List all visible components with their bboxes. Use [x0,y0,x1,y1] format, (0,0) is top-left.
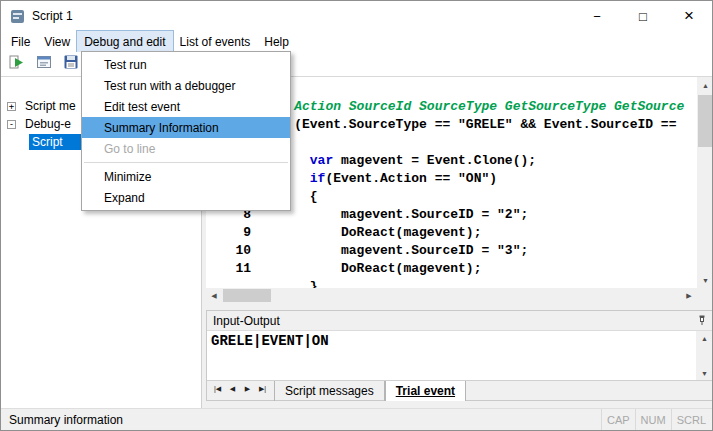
tab-script-messages[interactable]: Script messages [274,381,385,401]
pin-button[interactable] [694,313,710,329]
vertical-scroll-thumb[interactable] [698,95,713,147]
scroll-up-icon[interactable]: ▲ [696,331,713,345]
code-text: magevent.SourceID = "2"; [263,207,528,225]
code-text: magevent.SourceID = "3"; [263,243,528,261]
io-panel-header: Input-Output [207,311,713,331]
pin-icon [696,314,708,329]
menu-item-expand[interactable]: Expand [82,187,290,208]
status-message: Summary information [1,413,123,427]
menubar: FileViewDebug and editList of eventsHelp [1,31,712,52]
tree-item-label: Script [29,134,81,150]
scroll-down-icon[interactable]: ▼ [697,272,713,288]
scroll-down-icon[interactable]: ▼ [696,366,713,380]
line-number: 11 [206,261,263,279]
tab-trial-event[interactable]: Trial event [385,381,466,401]
save-button[interactable] [59,53,83,75]
code-text: (Event.SourceType == "GRELE" && Event.So… [263,117,676,135]
code-line[interactable]: 9 DoReact(magevent); [206,225,697,243]
menu-item-edit-test-event[interactable]: Edit test event [82,96,290,117]
test-run-icon [9,54,25,74]
menu-file[interactable]: File [4,31,37,52]
io-content[interactable]: GRELE|EVENT|ON ▲ ▼ [207,331,713,380]
prev-tab-button[interactable]: ◀ [225,381,240,397]
menu-item-test-run-with-a-debugger[interactable]: Test run with a debugger [82,75,290,96]
run-with-debugger-icon [36,54,52,74]
io-tabbar: |◀◀▶▶| Script messagesTrial event [207,380,713,400]
io-vertical-scrollbar[interactable]: ▲ ▼ [696,331,713,380]
window-title: Script 1 [32,9,73,23]
next-tab-button[interactable]: ▶ [240,381,255,397]
statusbar: Summary information CAPNUMSCRL [1,408,712,430]
lock-indicators: CAPNUMSCRL [601,409,711,430]
io-tabs: Script messagesTrial event [274,381,466,401]
scroll-left-icon[interactable]: ◀ [206,288,222,303]
run-with-debugger-button[interactable] [32,53,56,75]
menu-debug-and-edit[interactable]: Debug and edit [77,31,172,52]
indicator-num: NUM [635,409,671,430]
horizontal-scroll-thumb[interactable] [223,289,271,302]
tree-item-label: Script me [22,98,79,114]
scrollbar-corner [697,288,713,303]
scroll-up-icon[interactable]: ▲ [697,77,713,93]
code-text: if(Event.Action == "ON") [263,171,497,189]
menu-item-minimize[interactable]: Minimize [82,166,290,187]
code-text: var magevent = Event.Clone(); [263,153,536,171]
line-number: 10 [206,243,263,261]
event-attributes-line: Action SourceId SourceType GetSourceType… [263,99,684,117]
test-run-button[interactable] [5,53,29,75]
io-panel-title: Input-Output [213,314,280,328]
indicator-scrl: SCRL [671,409,711,430]
code-text: } [263,279,318,288]
menu-item-go-to-line[interactable]: Go to line [82,138,290,159]
line-number [206,279,263,288]
indicator-cap: CAP [601,409,635,430]
debug-menu-dropdown: Test runTest run with a debuggerEdit tes… [81,51,291,211]
tab-nav: |◀◀▶▶| [210,381,270,401]
close-button[interactable]: × [666,1,712,31]
tree-item-label: Debug-e [22,116,74,132]
save-icon [63,54,79,74]
line-number: 9 [206,225,263,243]
menu-view[interactable]: View [37,31,77,52]
minimize-button[interactable]: − [574,1,620,31]
io-content-text: GRELE|EVENT|ON [207,331,713,349]
code-line[interactable]: 10 magevent.SourceID = "3"; [206,243,697,261]
maximize-button[interactable]: □ [620,1,666,31]
editor-horizontal-scrollbar[interactable]: ◀ ▶ [206,288,697,303]
code-text: DoReact(magevent); [263,261,481,279]
collapse-icon[interactable]: - [7,120,16,129]
first-tab-button[interactable]: |◀ [210,381,225,397]
titlebar[interactable]: Script 1 − □ × [1,1,712,31]
input-output-panel: Input-Output GRELE|EVENT|ON ▲ ▼ |◀◀▶▶| [206,310,713,401]
menu-list-of-events[interactable]: List of events [173,31,258,52]
editor-vertical-scrollbar[interactable]: ▲ ▼ [697,77,713,288]
last-tab-button[interactable]: ▶| [255,381,270,397]
scroll-right-icon[interactable]: ▶ [681,288,697,303]
expand-icon[interactable]: + [7,102,16,111]
code-line[interactable]: 11 DoReact(magevent); [206,261,697,279]
app-icon [10,9,25,24]
menu-help[interactable]: Help [257,31,296,52]
menu-item-test-run[interactable]: Test run [82,54,290,75]
app-window: Script 1 − □ × FileViewDebug and editLis… [0,0,713,431]
menu-separator [84,162,288,163]
code-line[interactable]: } [206,279,697,288]
code-text: DoReact(magevent); [263,225,481,243]
menu-item-summary-information[interactable]: Summary Information [82,117,290,138]
